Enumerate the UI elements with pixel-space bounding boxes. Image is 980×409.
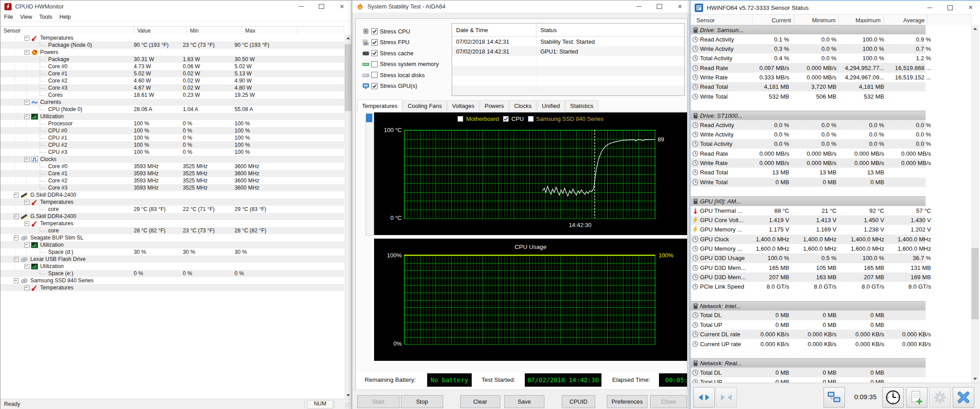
menu-item-tools[interactable]: Tools	[36, 14, 56, 20]
sensor-row[interactable]: Core #04.73 W0.06 W5.02 W	[0, 63, 344, 70]
sensor-row[interactable]: Total DL 0 MB 0 MB 0 MB	[691, 368, 971, 377]
save-button[interactable]: Save	[504, 395, 544, 408]
column-header-min[interactable]: Min	[187, 27, 242, 35]
sensor-row[interactable]: GPU D3D Usage 100.0 % 0.5 % 100.0 % 36.7…	[691, 253, 971, 263]
maximize-button[interactable]	[649, 0, 670, 12]
scroll-up-icon[interactable]	[971, 25, 979, 33]
remote-sensors-button[interactable]	[824, 387, 845, 408]
sensor-row[interactable]: CPU #0100 %0 %100 %	[0, 127, 344, 134]
sensor-row[interactable]: PCIe Link Speed 8.0 GT/s 8.0 GT/s 8.0 GT…	[691, 282, 971, 291]
log-column-status[interactable]: Status	[536, 24, 684, 36]
minimize-button[interactable]	[291, 0, 311, 12]
minimize-button[interactable]	[919, 1, 940, 14]
clock-button[interactable]	[882, 387, 904, 408]
expand-toggle[interactable]	[25, 200, 29, 205]
close-sensors-button[interactable]	[953, 387, 974, 408]
sensor-row[interactable]: Read Total 4,181 MB 3,720 MB 4,181 MB	[691, 82, 971, 91]
nav-collapse-button[interactable]	[716, 387, 737, 408]
sensor-row[interactable]: GPU Memory ... 1.175 V 1.169 V 1.238 V 1…	[691, 225, 971, 234]
expand-toggle[interactable]	[14, 193, 19, 198]
sensor-row[interactable]: core28 °C (82 °F)23 °C (73 °F)28 °C (82 …	[0, 227, 344, 234]
chart-scale-slider[interactable]	[366, 113, 374, 235]
tab-powers[interactable]: Powers	[480, 100, 509, 112]
log-column-datetime[interactable]: Date & Time	[452, 24, 536, 36]
sensor-row[interactable]: Read Activity 0.0 % 0.0 % 0.0 % 0.0 %	[691, 120, 971, 129]
tab-unified[interactable]: Unified	[537, 100, 564, 112]
close-button[interactable]: ×	[670, 0, 690, 12]
sensor-group-row[interactable]: Drive: Samsun...	[691, 25, 971, 34]
expand-toggle[interactable]	[25, 50, 29, 55]
sensor-row[interactable]: Read Total 13 MB 13 MB 13 MB	[691, 168, 971, 177]
resize-grip[interactable]	[345, 402, 351, 409]
expand-toggle[interactable]	[25, 100, 29, 105]
sensor-row[interactable]: Temperatures	[0, 220, 344, 227]
column-header-value[interactable]: Value	[134, 27, 187, 35]
scrollbar-thumb[interactable]	[972, 248, 979, 319]
hwinfo-title-bar[interactable]: HWiNFO64 v5.72-3333 Sensor Status ×	[691, 1, 980, 14]
sensor-row[interactable]: GPU D3D Mem... 207 MB 163 MB 207 MB 169 …	[691, 273, 971, 282]
expand-toggle[interactable]	[25, 264, 29, 269]
sensor-row[interactable]: Write Total 0 MB 0 MB 0 MB	[691, 178, 971, 187]
sensor-row[interactable]: Core #03593 MHz3525 MHz3600 MHz	[0, 163, 344, 170]
sensor-group-row[interactable]: GPU [#0]: AM...	[691, 196, 971, 206]
sensor-row[interactable]: Temperatures	[0, 284, 344, 291]
sensor-row[interactable]: Write Activity 0.0 % 0.0 % 0.0 % 0.0 %	[691, 130, 971, 139]
sensor-row[interactable]: Write Activity 0.3 % 0.0 % 100.0 % 0.7 %	[691, 44, 971, 54]
sensor-row[interactable]: Total DL 0 MB 0 MB 0 MB	[691, 310, 971, 320]
sensor-row[interactable]: Core #13593 MHz3525 MHz3600 MHz	[0, 170, 344, 177]
menu-item-help[interactable]: Help	[56, 14, 74, 20]
sensor-row[interactable]: Current DL rate 0.000 KB/s 0.000 KB/s 0.…	[691, 330, 971, 339]
sensor-group-row[interactable]: Drive: ST1000...	[691, 111, 971, 120]
sensor-row[interactable]: Read Rate 0.000 MB/s 0.000 MB/s 0.000 MB…	[691, 149, 971, 158]
checkbox-stress-local-disks[interactable]	[371, 72, 378, 78]
log-row[interactable]	[452, 76, 684, 86]
column-header-maximum[interactable]: Maximum	[836, 15, 884, 25]
maximize-button[interactable]	[311, 0, 332, 12]
sensor-row[interactable]: Utilization	[0, 241, 344, 248]
sensor-row[interactable]: Read Activity 0.1 % 0.0 % 100.0 % 0.9 %	[691, 34, 971, 44]
stop-button[interactable]: Stop	[401, 395, 443, 408]
legend-checkbox-samsung-ssd-840-series[interactable]	[528, 116, 534, 122]
sensor-row[interactable]: Seagate BUP Slim SL	[0, 234, 344, 241]
clear-button[interactable]: Clear	[460, 395, 500, 408]
sensor-row[interactable]: core29 °C (83 °F)22 °C (71 °F)29 °C (83 …	[0, 206, 344, 213]
nav-expand-button[interactable]	[693, 387, 715, 408]
sensor-row[interactable]: GPU Core Volt... 1.419 V 1.413 V 1.450 V…	[691, 215, 971, 225]
sensor-row[interactable]: Write Rate 0.000 MB/s 0.000 MB/s 0.000 M…	[691, 158, 971, 168]
cpuid-button[interactable]: CPUID	[562, 395, 595, 408]
sensor-row[interactable]: Total Activity 0.4 % 0.0 % 100.0 % 1.2 %	[691, 54, 971, 63]
scroll-down-icon[interactable]	[971, 375, 979, 383]
column-header-current[interactable]: Current	[746, 15, 794, 25]
hwmonitor-title-bar[interactable]: CPUID HWMonitor ×	[0, 0, 352, 12]
sensor-row[interactable]: Package (Node 0)90 °C (193 °F)23 °C (73 …	[0, 41, 344, 49]
checkbox-stress-cache[interactable]	[371, 50, 378, 56]
sensor-row[interactable]: G.Skill DDR4-2400	[0, 213, 344, 220]
sensor-row[interactable]: Total UP 0 MB 0 MB 0 MB	[691, 377, 971, 383]
sensor-group-row[interactable]: Network: Intel...	[691, 301, 971, 310]
sensor-row[interactable]: Core #23593 MHz3525 MHz3600 MHz	[0, 177, 344, 184]
expand-toggle[interactable]	[25, 157, 29, 162]
sensor-row[interactable]: Temperatures	[0, 198, 344, 206]
sensor-row[interactable]: Processor100 %0 %100 %	[0, 120, 344, 127]
logging-report-button[interactable]	[906, 387, 927, 408]
sensor-group-row[interactable]: Network: Real...	[691, 358, 971, 368]
legend-checkbox-cpu[interactable]	[503, 116, 509, 122]
expand-toggle[interactable]	[25, 285, 29, 290]
sensor-row[interactable]: Current UP rate 0.000 KB/s 0.000 KB/s 0.…	[691, 339, 971, 348]
sensor-row[interactable]: Currents	[0, 99, 344, 106]
legend-checkbox-motherboard[interactable]	[457, 116, 463, 122]
sensor-row[interactable]: GPU Thermal ... 88 °C 21 °C 92 °C 57 °C	[691, 206, 971, 215]
close-button[interactable]: Close	[650, 395, 687, 408]
sensor-row[interactable]: Utilization	[0, 113, 344, 120]
sensor-row[interactable]: Core #34.67 W0.02 W4.80 W	[0, 84, 344, 91]
expand-toggle[interactable]	[25, 114, 29, 119]
maximize-button[interactable]	[940, 1, 960, 14]
vertical-scrollbar[interactable]	[971, 25, 979, 383]
sensor-row[interactable]: GPU Memory ... 1,600.0 MHz 1,600.0 MHz 1…	[691, 244, 971, 253]
scroll-up-icon[interactable]	[344, 34, 352, 42]
sensor-row[interactable]: Temperatures	[0, 34, 344, 41]
column-header-average[interactable]: Average	[881, 15, 928, 25]
sensor-row[interactable]: Total UP 0 MB 0 MB 0 MB	[691, 320, 971, 330]
sensor-row[interactable]: CPU #1100 %0 %100 %	[0, 134, 344, 141]
sensor-row[interactable]: Utilization	[0, 263, 344, 270]
